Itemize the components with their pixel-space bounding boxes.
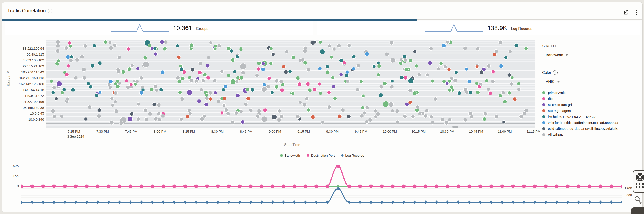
scatter-point[interactable] — [263, 108, 267, 112]
scatter-point[interactable] — [157, 103, 161, 107]
scatter-point[interactable] — [380, 85, 384, 89]
plot-scrollbar-thumb[interactable] — [452, 126, 458, 128]
scatter-point[interactable] — [522, 112, 526, 116]
scatter-point[interactable] — [291, 92, 294, 95]
scatter-point[interactable] — [136, 67, 140, 70]
scatter-point[interactable] — [524, 47, 528, 50]
scatter-point[interactable] — [408, 78, 414, 83]
scatter-point[interactable] — [487, 64, 490, 68]
scatter-point[interactable] — [257, 109, 261, 113]
scatter-point[interactable] — [98, 108, 102, 112]
scatter-point[interactable] — [57, 59, 60, 63]
scatter-point[interactable] — [158, 118, 161, 122]
scatter-point[interactable] — [113, 43, 117, 47]
scatter-point[interactable] — [318, 40, 322, 44]
legend-item-vnic[interactable]: atp-mgmtagent — [542, 108, 622, 114]
scatter-point[interactable] — [426, 73, 429, 76]
scatter-point[interactable] — [268, 76, 271, 80]
timeline-legend-item[interactable]: Destination Port — [307, 154, 335, 157]
scatter-point[interactable] — [298, 100, 302, 104]
scatter-point[interactable] — [390, 79, 394, 83]
scatter-point[interactable] — [140, 76, 143, 79]
scatter-point[interactable] — [385, 52, 389, 56]
scatter-point[interactable] — [190, 68, 194, 72]
scatter-point[interactable] — [414, 64, 418, 68]
scatter-point[interactable] — [127, 47, 130, 51]
log-records-point[interactable] — [282, 200, 285, 204]
log-records-point[interactable] — [380, 200, 384, 204]
log-records-point[interactable] — [435, 200, 438, 204]
log-records-point[interactable] — [63, 200, 67, 204]
scatter-point[interactable] — [160, 40, 164, 44]
scatter-point[interactable] — [321, 121, 324, 124]
scatter-point[interactable] — [470, 115, 474, 119]
destination-port-point[interactable] — [369, 184, 373, 188]
destination-port-point[interactable] — [74, 184, 78, 188]
scatter-point[interactable] — [74, 76, 78, 80]
scatter-point[interactable] — [270, 47, 273, 51]
color-info-icon[interactable]: i — [553, 70, 558, 75]
log-records-point[interactable] — [194, 200, 198, 204]
scatter-point[interactable] — [161, 70, 165, 74]
log-records-point[interactable] — [620, 200, 622, 204]
scatter-point[interactable] — [428, 61, 432, 65]
scatter-point[interactable] — [135, 80, 139, 83]
scatter-point[interactable] — [205, 93, 208, 97]
destination-port-point[interactable] — [566, 184, 570, 188]
scatter-point[interactable] — [379, 93, 383, 97]
scatter-point[interactable] — [345, 74, 348, 77]
scatter-point[interactable] — [201, 79, 205, 83]
scatter-point[interactable] — [176, 44, 179, 47]
destination-port-point[interactable] — [358, 184, 362, 188]
scatter-point[interactable] — [308, 88, 312, 92]
scatter-point[interactable] — [220, 70, 224, 74]
scatter-point[interactable] — [177, 55, 180, 59]
destination-port-point[interactable] — [161, 184, 165, 188]
destination-port-point[interactable] — [325, 184, 329, 188]
scatter-point[interactable] — [404, 76, 408, 80]
scatter-point[interactable] — [487, 88, 490, 91]
scatter-point[interactable] — [262, 87, 267, 92]
destination-port-point[interactable] — [500, 184, 504, 188]
scatter-point[interactable] — [448, 79, 452, 83]
scatter-point[interactable] — [163, 47, 167, 51]
scatter-point[interactable] — [188, 109, 191, 112]
scatter-point[interactable] — [111, 103, 114, 107]
scatter-point[interactable] — [302, 103, 306, 107]
legend-item-vnic[interactable]: llw-hol-s01-2024-03-21-154439 — [542, 114, 622, 120]
log-records-point[interactable] — [391, 200, 395, 204]
scatter-point[interactable] — [154, 52, 158, 56]
scatter-point[interactable] — [98, 91, 102, 94]
log-records-point[interactable] — [271, 200, 274, 204]
scatter-point[interactable] — [413, 91, 417, 95]
scatter-point[interactable] — [65, 73, 69, 77]
destination-port-point[interactable] — [271, 184, 274, 188]
scatter-point[interactable] — [284, 70, 288, 74]
log-records-point[interactable] — [118, 200, 121, 204]
scatter-point[interactable] — [431, 79, 434, 83]
scatter-point[interactable] — [491, 70, 495, 74]
scatter-point[interactable] — [224, 85, 228, 89]
scatter-point[interactable] — [64, 46, 68, 50]
destination-port-point[interactable] — [314, 184, 318, 188]
scatter-point[interactable] — [305, 97, 308, 100]
scatter-point[interactable] — [110, 121, 114, 125]
scatter-point[interactable] — [306, 82, 310, 86]
scatter-point[interactable] — [127, 67, 131, 71]
scatter-point[interactable] — [476, 91, 480, 94]
scatter-point[interactable] — [484, 112, 488, 116]
scatter-point[interactable] — [137, 102, 140, 106]
scatter-point[interactable] — [347, 115, 350, 118]
destination-port-point[interactable] — [85, 184, 88, 188]
scatter-point[interactable] — [144, 56, 147, 60]
scatter-point[interactable] — [510, 76, 514, 79]
destination-port-point[interactable] — [282, 184, 285, 188]
scatter-point[interactable] — [418, 73, 421, 76]
scatter-point[interactable] — [448, 118, 452, 122]
scatter-point[interactable] — [52, 91, 55, 94]
scatter-point[interactable] — [320, 49, 325, 54]
scatter-point[interactable] — [230, 79, 236, 84]
scatter-point[interactable] — [69, 58, 73, 62]
scatter-point[interactable] — [236, 93, 240, 97]
scatter-point[interactable] — [261, 67, 265, 72]
